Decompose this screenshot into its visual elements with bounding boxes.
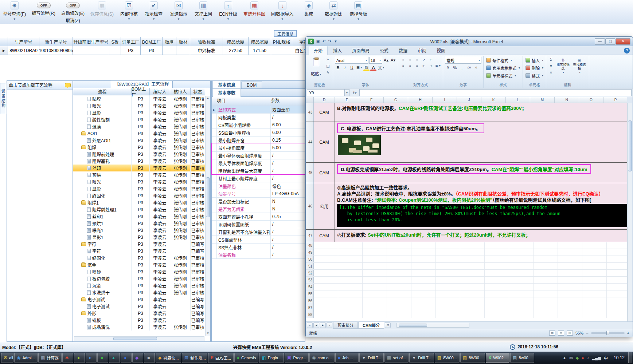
parameter-value[interactable]: LP-4G/G-05A [271,190,305,197]
toolbar-button[interactable]: ⊕ 型号查询(F) ▼ [3,1,26,21]
parameter-value[interactable]: / [271,175,305,182]
parameter-row[interactable]: 油墨名称 / [212,251,305,259]
data-cell[interactable] [73,46,109,55]
empty-row[interactable]: 57 [306,304,627,311]
tray-icon[interactable]: ● [582,356,584,360]
subtab-basic-params[interactable]: 基本参数 [212,88,241,97]
parameter-name[interactable]: 最小拐角厚度 [217,144,271,151]
tray-icon[interactable]: ◆ [576,356,579,360]
process-name[interactable]: 阻焊前处理1 [92,206,117,213]
paste-button[interactable]: 粘贴▾ [308,57,324,78]
column-header[interactable]: 订单工厂 [121,37,141,46]
scrollbar-thumb[interactable] [113,337,157,340]
column-header[interactable]: 核审人 [170,88,191,95]
format-painter-icon[interactable]: ✎ [325,70,331,75]
category-cell[interactable]: CAM [314,163,335,183]
column-header[interactable]: 成品宽度 [249,37,271,46]
parameter-name[interactable]: 识别码位置图纸 [217,221,271,228]
column-header[interactable]: BOM工厂 [141,37,163,46]
process-name[interactable]: 字符 [87,241,96,247]
parameter-value[interactable]: / [271,236,305,243]
ribbon-tab[interactable]: 审阅 [413,46,431,55]
process-row[interactable]: 字符 P3 李凌云 已编写 [73,241,210,248]
parameter-value[interactable]: 5.00 [271,144,305,151]
process-row[interactable]: 成品清洗 P3 李凌云 张传刚 已审核 [73,324,210,331]
process-row[interactable]: 酸性蚀刻 P3 李凌云 张传刚 已审核 [73,116,210,123]
scrollbar-thumb[interactable] [399,324,427,327]
data-cell[interactable]: 中兴标准 [190,46,223,55]
column-header[interactable]: M [530,97,555,103]
tray-icon[interactable]: ▂▄▆ [592,356,601,360]
cells-button[interactable]: 删除▾ [525,64,544,71]
column-header[interactable]: I [433,97,457,103]
show-desktop-button[interactable] [628,352,632,363]
cells-button[interactable]: 插入▾ [525,57,544,64]
redo-icon[interactable]: ↷ [327,39,333,44]
taskbar-button[interactable]: ● [121,353,132,363]
tray-icon[interactable]: ✉ [569,356,573,360]
main-info-data-row[interactable]: ▶ 8W0021DRA0 10010800040805 P3 P3 中兴标准 [0,46,316,55]
toolbar-sub-label[interactable]: 取消(Z) [66,17,80,23]
process-name[interactable]: 退膜 [92,123,101,130]
process-row[interactable]: 预烘1 P3 李凌云 张传刚 已审核 [73,220,210,227]
parameter-name[interactable]: 双面开窗最小孔径 [217,213,271,220]
taskbar-button[interactable]: ✉ ail [1,353,13,363]
number-format-select[interactable]: 常规▾ [445,57,481,64]
empty-row[interactable]: 56 [306,297,627,304]
undo-icon[interactable]: ↶ [321,39,327,44]
parameter-name[interactable]: 开窗孔是否不允许油墨入孔 [217,228,271,236]
editing-mini-icon[interactable]: ▼ [548,63,554,69]
editing-mini-icon[interactable]: ◊ [548,70,554,75]
parameter-name[interactable]: 油墨名称 [217,251,271,258]
excel-app-icon[interactable]: X [308,39,314,44]
parameter-value[interactable]: 6.00 [271,121,305,128]
chevron-down-icon[interactable]: ▼ [332,17,335,21]
parameter-row[interactable]: SS面最小阻焊桥 6.00 [212,129,305,136]
parameter-row[interactable]: CS面最小阻焊桥 6.00 [212,121,305,129]
major-info-tab[interactable]: 主要信息 [274,30,297,37]
parameter-value[interactable]: / [271,167,305,174]
taskbar-button[interactable]: ◉ cam o... [309,353,335,363]
parameter-name[interactable]: SS面最小阻焊桥 [217,129,271,136]
data-cell[interactable]: 10010800040805 [39,46,73,55]
parameter-row[interactable]: 最小阻焊开窗 0.15 [212,136,305,144]
name-box-dropdown-icon[interactable]: ▼ [345,89,349,96]
parameter-name[interactable]: 网板类型 [217,114,271,121]
speech-bubble-icon[interactable] [65,83,71,87]
grow-font-icon[interactable]: A▴ [383,57,389,63]
column-header[interactable] [212,97,217,106]
data-cell[interactable]: 8W0021DRA0 [8,46,39,55]
parameter-value[interactable]: 0.15 [271,136,305,144]
process-name[interactable]: 终固化 [92,255,105,261]
process-name[interactable]: 字符 [92,248,101,254]
ribbon-tab[interactable]: 数据 [394,46,412,55]
font-color-icon[interactable]: A [370,64,376,71]
process-name[interactable]: 显影1 [92,234,103,240]
data-cell[interactable] [163,46,176,55]
column-header[interactable]: S板 [109,37,121,46]
parameter-row[interactable]: 最小拐角厚度 5.00 [212,144,305,152]
process-name[interactable]: 曝光1 [92,227,103,233]
process-name[interactable]: 沉金 [87,262,96,268]
parameter-value[interactable]: / [271,114,305,121]
process-row[interactable]: 曝光 P3 李凌云 张传刚 已审核 [73,102,210,109]
empty-cells[interactable] [314,270,627,276]
parameter-row[interactable]: 双面开窗最小孔径 0.75 [212,213,305,221]
taskbar-button[interactable]: ▨ 8W00... [460,353,485,363]
empty-cells[interactable] [314,249,627,256]
data-cell[interactable]: 171.50 [249,46,271,55]
empty-row[interactable]: 53 [306,277,627,284]
taskbar-button[interactable]: ● Genesis [234,353,259,363]
excel-title-bar[interactable]: X ▣ ↶ ↷ ▾ W002.xls [兼容模式] - Microsoft Ex… [306,37,633,46]
page-break-view-icon[interactable]: ▥ [567,331,573,336]
font-name-select[interactable]: Arial▾ [335,57,368,64]
process-row[interactable]: 退膜 P3 李凌云 张传刚 已审核 [73,123,210,130]
zoom-slider[interactable] [591,332,625,334]
process-name[interactable]: 贴膜 [92,96,101,102]
row-number[interactable]: 47 [306,230,314,242]
process-name[interactable]: 成品清洗 [92,324,110,330]
process-name[interactable]: 铣板 [92,317,101,323]
align-right-icon[interactable]: ≡ [414,63,420,68]
process-name[interactable]: 曝光 [92,103,101,109]
chevron-down-icon[interactable]: ▼ [202,17,205,21]
